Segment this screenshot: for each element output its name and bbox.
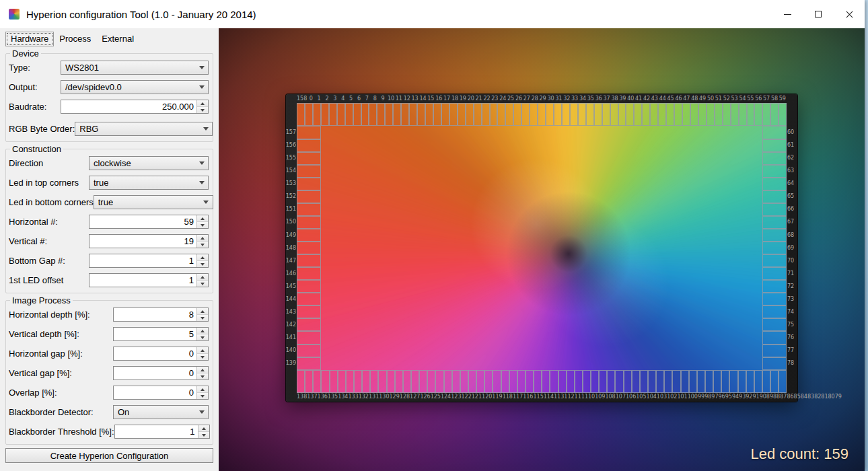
spin-up-button[interactable] xyxy=(197,274,208,281)
type-select[interactable]: WS2801 xyxy=(61,61,209,75)
led-cell xyxy=(297,216,321,229)
led-number: 35 xyxy=(587,96,595,102)
group-image-process: Image ProcessHorizontal depth [%]:8Verti… xyxy=(5,300,213,445)
spin-down-button[interactable] xyxy=(197,373,208,379)
led-cell xyxy=(403,370,411,393)
led-cell xyxy=(297,242,321,254)
close-button[interactable] xyxy=(834,0,865,28)
led-cell xyxy=(648,370,656,393)
led-cell xyxy=(362,370,370,393)
led-cell xyxy=(762,331,787,344)
led-number: 123 xyxy=(451,394,461,400)
led-cell xyxy=(762,242,787,254)
minimize-button[interactable] xyxy=(772,0,803,28)
led-number: 76 xyxy=(787,331,794,344)
led-cell xyxy=(378,370,386,393)
led-number: 7 xyxy=(363,96,371,102)
group-construction: ConstructionDirectionclockwiseLed in top… xyxy=(5,149,213,293)
tab-hardware[interactable]: Hardware xyxy=(5,32,54,46)
window-title: Hyperion configuration Tool (1.0 - Janua… xyxy=(26,9,256,20)
field-type: Type:WS2801 xyxy=(7,61,209,75)
spin-down-button[interactable] xyxy=(197,354,208,360)
led-number: 75 xyxy=(787,318,794,331)
vertical-depth-input[interactable]: 5 xyxy=(113,327,209,341)
led-number: 55 xyxy=(746,96,754,102)
spin-up-button[interactable] xyxy=(197,100,208,107)
create-hyperion-configuration-button[interactable]: Create Hyperion Configuration xyxy=(5,448,213,463)
led-cell xyxy=(779,103,787,126)
output-value: /dev/spidev0.0 xyxy=(65,82,122,92)
led-number: 122 xyxy=(462,394,472,400)
led-cell xyxy=(330,370,338,393)
led-number: 86 xyxy=(787,394,793,400)
spin-up-button[interactable] xyxy=(198,425,209,432)
type-label: Type: xyxy=(7,63,30,73)
first-led-offset-input[interactable]: 1 xyxy=(89,273,209,287)
tab-external[interactable]: External xyxy=(96,32,139,46)
led-cell xyxy=(664,370,672,393)
vertical-gap-input[interactable]: 0 xyxy=(113,366,209,380)
led-number: 111 xyxy=(575,394,585,400)
led-in-bottom-corners-select[interactable]: true xyxy=(94,195,213,209)
rgb-byte-order-select[interactable]: RBG xyxy=(75,122,213,136)
led-cell xyxy=(779,370,787,393)
spin-down-button[interactable] xyxy=(197,242,208,248)
vertical-gap-label: Vertical gap [%]: xyxy=(7,368,72,378)
spin-down-button[interactable] xyxy=(197,261,208,267)
direction-label: Direction xyxy=(7,158,43,168)
spin-down-button[interactable] xyxy=(197,281,208,287)
blackborder-detector-select[interactable]: On xyxy=(113,405,209,419)
led-cell xyxy=(591,370,599,393)
led-number: 38 xyxy=(611,96,619,102)
spin-up-button[interactable] xyxy=(197,328,208,334)
vertical-count-input[interactable]: 19 xyxy=(89,234,209,248)
led-cell xyxy=(313,103,321,126)
led-cells-right xyxy=(762,126,787,369)
led-number: 34 xyxy=(579,96,587,102)
maximize-button[interactable] xyxy=(803,0,834,28)
field-output: Output:/dev/spidev0.0 xyxy=(7,80,209,94)
led-number: 83 xyxy=(807,394,814,400)
led-cell xyxy=(458,103,466,126)
led-cell xyxy=(370,370,378,393)
spin-up-button[interactable] xyxy=(197,308,208,315)
led-cell xyxy=(297,267,321,280)
horizontal-count-input[interactable]: 59 xyxy=(89,215,209,229)
spin-up-button[interactable] xyxy=(197,367,208,373)
led-cell xyxy=(698,103,707,126)
window-controls xyxy=(772,0,865,28)
horizontal-depth-input[interactable]: 8 xyxy=(113,307,209,322)
output-select[interactable]: /dev/spidev0.0 xyxy=(61,80,209,94)
vertical-count-value: 19 xyxy=(89,236,208,246)
horizontal-gap-input[interactable]: 0 xyxy=(113,347,209,361)
spin-up-button[interactable] xyxy=(197,254,208,261)
spin-down-button[interactable] xyxy=(197,334,208,340)
bottom-gap-input[interactable]: 1 xyxy=(89,254,209,268)
field-led-in-bottom-corners: Led in bottom cornerstrue xyxy=(7,195,209,209)
led-cell xyxy=(747,103,755,126)
spin-up-button[interactable] xyxy=(197,347,208,354)
spin-down-button[interactable] xyxy=(197,107,208,113)
baudrate-input[interactable]: 250.000 xyxy=(61,100,209,114)
overlap-input[interactable]: 0 xyxy=(113,386,209,400)
blackborder-threshold-input[interactable]: 1 xyxy=(114,425,210,439)
led-cell xyxy=(297,103,305,126)
spin-down-button[interactable] xyxy=(198,432,209,438)
spin-up-button[interactable] xyxy=(197,386,208,393)
led-cell xyxy=(482,103,490,126)
led-number: 80 xyxy=(828,394,835,400)
baudrate-label: Baudrate: xyxy=(7,102,46,112)
led-number: 70 xyxy=(787,254,794,267)
direction-select[interactable]: clockwise xyxy=(89,156,209,170)
spin-down-button[interactable] xyxy=(197,393,208,399)
spin-down-button[interactable] xyxy=(197,222,208,228)
vertical-depth-spin-buttons xyxy=(196,328,208,340)
led-cell xyxy=(762,370,770,393)
spin-down-button[interactable] xyxy=(197,315,208,321)
led-cell xyxy=(297,178,321,190)
spin-up-button[interactable] xyxy=(197,235,208,242)
led-number: 151 xyxy=(286,203,296,216)
tab-process[interactable]: Process xyxy=(54,32,96,46)
led-in-top-corners-select[interactable]: true xyxy=(89,176,209,190)
spin-up-button[interactable] xyxy=(197,215,208,222)
